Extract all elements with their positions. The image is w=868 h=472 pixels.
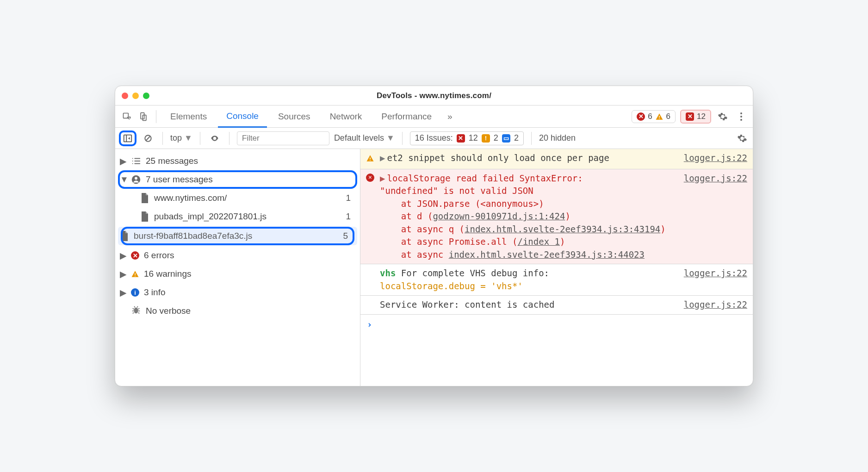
hidden-count[interactable]: 20 hidden [539,133,576,143]
list-icon [131,157,141,165]
blank-icon [366,267,375,292]
settings-icon[interactable] [716,110,730,124]
svg-rect-10 [135,273,136,275]
expand-caret[interactable]: ▶ [380,173,385,183]
warning-icon [655,112,663,121]
user-icon [131,174,141,185]
source-link[interactable]: logger.js:22 [684,267,747,292]
context-selector[interactable]: top ▼ [170,133,192,143]
svg-point-7 [214,137,215,139]
log-entry-info[interactable]: Service Worker: content is cached logger… [360,296,753,315]
messages-label: 25 messages [146,156,198,166]
info-label: 3 info [144,287,165,298]
sidebar-info[interactable]: ▶ i 3 info [115,283,360,302]
issues-error-count: 12 [469,133,478,143]
blank-icon [366,298,375,311]
expand-icon: ▶ [120,287,126,298]
live-expression-icon[interactable] [208,131,222,145]
source-count: 1 [346,193,355,203]
error-warn-pill[interactable]: ✕ 6 6 [632,110,676,123]
device-toggle-icon[interactable] [136,110,150,124]
issues-chip[interactable]: 16 Issues: ✕ 12 ! 2 ▭ 2 [410,131,524,145]
window-controls [122,93,149,99]
zoom-window[interactable] [143,93,149,99]
separator [156,110,156,123]
sidebar-source-item[interactable]: www.nytimes.com/ 1 [115,189,360,207]
source-link[interactable]: logger.js:22 [684,298,747,311]
console-log: ▶et2 snippet should only load once per p… [360,149,753,386]
close-window[interactable] [122,93,128,99]
expand-icon: ▶ [120,250,126,261]
sidebar-warnings[interactable]: ▶ 16 warnings [115,265,360,283]
svg-rect-14 [370,160,371,161]
error-icon: ✕ [131,251,139,260]
source-name: burst-f9baff81bad8ea7efa3c.js [134,231,252,241]
source-link[interactable]: logger.js:22 [684,152,747,166]
stack-link[interactable]: index.html.svelte-2eef3934.js:3:43194 [465,224,660,234]
sidebar-errors[interactable]: ▶ ✕ 6 errors [115,246,360,265]
svg-point-9 [135,177,137,180]
error-icon: ✕ [366,172,375,261]
devtools-window: DevTools - www.nytimes.com/ Elements Con… [115,86,753,386]
tab-elements[interactable]: Elements [162,106,215,128]
titlebar: DevTools - www.nytimes.com/ [115,86,753,106]
console-prompt[interactable]: › [360,315,753,335]
clear-console-icon[interactable] [141,131,155,145]
separator [162,132,163,145]
log-levels-dropdown[interactable]: Default levels ▼ [334,133,395,143]
kebab-menu-icon[interactable] [734,110,748,124]
ext-error-count: 12 [697,112,706,121]
errors-label: 6 errors [144,250,174,261]
tab-console[interactable]: Console [218,106,267,128]
info-icon: i [131,288,139,297]
minimize-window[interactable] [132,93,139,99]
console-toolbar: top ▼ Default levels ▼ 16 Issues: ✕ 12 !… [115,128,753,149]
source-link[interactable]: logger.js:22 [684,172,747,261]
file-icon [120,231,129,241]
log-entry-error[interactable]: ✕ ▶localStorage read failed SyntaxError:… [360,169,753,265]
console-content: ▶ 25 messages ▼ 7 user messages www.nyti… [115,149,753,386]
tab-performance[interactable]: Performance [373,106,440,128]
file-icon [140,211,149,222]
file-icon [140,193,149,203]
user-messages-label: 7 user messages [146,174,213,185]
issues-warn-count: 2 [494,133,498,143]
stack-link[interactable]: godzown-9010971d.js:1:424 [433,211,565,221]
verbose-label: No verbose [146,306,191,316]
source-name: pubads_impl_2022071801.js [154,211,267,222]
issues-error-icon: ✕ [457,134,465,143]
filter-input[interactable] [237,131,329,145]
main-tabbar: Elements Console Sources Network Perform… [115,106,753,128]
issues-info-icon: ▭ [502,134,510,143]
inspect-element-icon[interactable] [120,110,134,124]
warning-icon [131,270,139,278]
log-entry-warning[interactable]: ▶et2 snippet should only load once per p… [360,149,753,169]
ext-error-icon: ✕ [686,112,694,121]
svg-rect-11 [135,276,136,277]
source-name: www.nytimes.com/ [154,193,227,203]
toggle-sidebar-button[interactable] [119,130,136,146]
svg-rect-4 [659,118,660,119]
sidebar-messages[interactable]: ▶ 25 messages [115,152,360,170]
sidebar-source-item-selected[interactable]: burst-f9baff81bad8ea7efa3c.js 5 [118,227,357,245]
window-title: DevTools - www.nytimes.com/ [200,91,668,100]
warnings-label: 16 warnings [144,269,191,279]
error-icon: ✕ [637,112,645,121]
console-settings-icon[interactable] [735,131,749,145]
tab-network[interactable]: Network [322,106,371,128]
ext-error-pill[interactable]: ✕ 12 [680,110,711,124]
log-entry-info[interactable]: vhs For complete VHS debug info: localSt… [360,264,753,296]
expand-icon: ▼ [120,174,126,185]
expand-caret[interactable]: ▶ [380,153,385,163]
tab-sources[interactable]: Sources [270,106,319,128]
sidebar-user-messages[interactable]: ▼ 7 user messages [115,170,360,189]
tabs-overflow[interactable]: » [443,106,457,128]
sidebar-verbose[interactable]: No verbose [115,302,360,320]
error-count: 6 [648,112,652,121]
console-sidebar: ▶ 25 messages ▼ 7 user messages www.nyti… [115,149,360,386]
stack-link[interactable]: /index 1 [517,236,560,247]
stack-link[interactable]: index.html.svelte-2eef3934.js:3:44023 [449,249,645,260]
log-message: ▶et2 snippet should only load once per p… [380,152,679,166]
sidebar-source-item[interactable]: pubads_impl_2022071801.js 1 [115,207,360,226]
issues-label: 16 Issues: [415,133,453,143]
